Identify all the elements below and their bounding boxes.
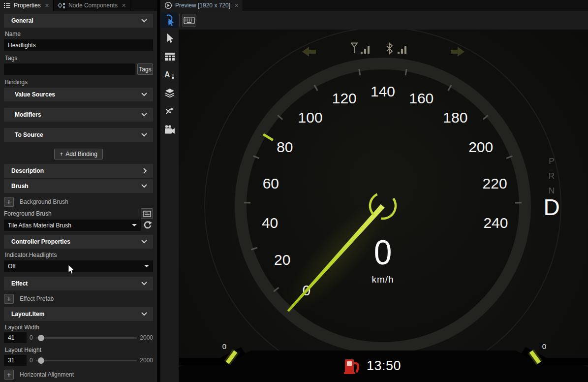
slider-handle[interactable] [38, 357, 44, 364]
chevron-down-icon [141, 282, 147, 286]
close-icon[interactable]: ✕ [45, 2, 49, 9]
dropdown-value: Tile Atlas Material Brush [8, 222, 71, 229]
section-title: Modifiers [15, 111, 41, 118]
text-anchor-icon: A [164, 70, 175, 80]
foreground-brush-dropdown[interactable]: Tile Atlas Material Brush [4, 220, 141, 231]
camera-icon [164, 125, 175, 134]
svg-text:A: A [164, 70, 170, 79]
layout-width-input[interactable]: 41 [4, 332, 27, 343]
properties-panel: Properties ✕ Node Components ✕ General N… [0, 0, 157, 382]
chevron-down-icon [141, 312, 147, 316]
section-description[interactable]: Description [4, 164, 153, 178]
keyboard-icon [184, 16, 195, 25]
preview-tabbar: Preview [1920 x 720] ✕ [160, 0, 588, 11]
layout-height-slider[interactable] [36, 355, 137, 366]
close-icon[interactable]: ✕ [122, 2, 126, 9]
caret-down-icon [132, 224, 137, 226]
camera-tool[interactable] [164, 124, 176, 135]
properties-list-icon [4, 2, 11, 8]
slider-handle[interactable] [38, 335, 44, 341]
turn-signal-right-icon [451, 46, 464, 58]
tags-input[interactable] [4, 64, 135, 75]
text-anchor-tool[interactable]: A [164, 69, 176, 81]
chevron-down-icon [141, 133, 147, 137]
panel-divider[interactable] [157, 0, 160, 382]
right-gauge-value: 0 [542, 342, 546, 350]
section-brush[interactable]: Brush [4, 179, 153, 193]
turn-signal-left-icon [302, 46, 316, 58]
tab-properties[interactable]: Properties ✕ [0, 0, 54, 11]
section-general[interactable]: General [4, 14, 153, 28]
section-layout-item[interactable]: Layout.Item [4, 307, 153, 321]
section-effect[interactable]: Effect [4, 277, 153, 290]
connections-tool[interactable] [164, 105, 176, 117]
preview-toolbar [160, 11, 588, 30]
select-interact-tool[interactable] [161, 12, 178, 28]
plus-icon: + [60, 151, 63, 158]
layout-width-slider[interactable] [36, 332, 137, 343]
tab-node-components[interactable]: Node Components ✕ [54, 0, 130, 11]
gear-r: R [541, 171, 562, 181]
slider-min: 0 [30, 357, 33, 364]
play-circle-icon [164, 1, 172, 9]
section-title: Brush [11, 183, 29, 190]
speed-unit: km/h [346, 274, 420, 285]
layout-height-input[interactable]: 31 [4, 355, 27, 366]
section-controller-properties[interactable]: Controller Properties [4, 235, 153, 249]
section-to-source[interactable]: To Source [4, 128, 153, 142]
clock-time: 13:50 [352, 358, 416, 374]
toolbar-separator [179, 14, 180, 27]
layers-icon [165, 89, 175, 97]
gear-p: P [541, 157, 562, 166]
indicator-headlights-dropdown[interactable]: Off [4, 260, 153, 272]
keyboard-tool[interactable] [182, 14, 196, 27]
add-background-brush-button[interactable]: + [4, 197, 14, 207]
section-modifiers[interactable]: Modifiers [4, 108, 153, 122]
chevron-down-icon [141, 19, 147, 23]
tab-label: Properties [14, 2, 41, 9]
add-horizontal-alignment-button[interactable]: + [4, 370, 14, 380]
slider-min: 0 [30, 334, 33, 341]
add-effect-prefab-button[interactable]: + [4, 294, 14, 304]
brush-editor-icon [143, 211, 151, 217]
brush-editor-button[interactable] [141, 208, 153, 219]
left-gauge-value: 0 [222, 342, 226, 350]
select-interact-icon [164, 14, 176, 27]
app-window: Properties ✕ Node Components ✕ General N… [0, 0, 588, 382]
close-icon[interactable]: ✕ [234, 2, 239, 9]
name-label: Name [5, 31, 152, 37]
foreground-brush-label: Foreground Brush [4, 210, 52, 217]
tab-preview[interactable]: Preview [1920 x 720] ✕ [160, 0, 243, 11]
cell-signal-icon [351, 42, 371, 56]
section-title: To Source [15, 131, 43, 138]
preview-canvas[interactable]: 020406080100120140160180200220240 0 km/h… [179, 30, 588, 382]
add-binding-label: Add Binding [65, 151, 97, 158]
section-title: Layout.Item [11, 311, 44, 318]
slider-max: 2000 [140, 334, 153, 341]
slider-track [36, 337, 137, 339]
chevron-down-icon [141, 240, 147, 244]
name-input[interactable]: Headlights [4, 39, 153, 51]
tags-button[interactable]: Tags [137, 64, 153, 75]
section-value-sources[interactable]: Value Sources [4, 88, 153, 101]
tab-label: Node Components [68, 2, 118, 9]
background-brush-label: Background Brush [20, 198, 68, 205]
chevron-right-icon [143, 168, 147, 174]
grid-tool[interactable] [164, 51, 176, 63]
horizontal-alignment-label: Horizontal Alignment [20, 371, 74, 378]
speed-value: 0 [348, 233, 418, 272]
tags-label: Tags [5, 55, 152, 62]
dropdown-value: Off [8, 263, 16, 270]
pointer-tool[interactable] [164, 32, 176, 44]
section-title: Value Sources [15, 91, 55, 98]
reset-icon[interactable] [142, 220, 153, 231]
gear-active: D [541, 194, 562, 221]
layout-height-label: Layout Height [5, 347, 152, 353]
connections-icon [165, 107, 174, 116]
add-binding-button[interactable]: + Add Binding [54, 149, 103, 159]
indicator-headlights-label: Indicator.Headlights [5, 252, 152, 258]
node-components-icon [58, 2, 65, 9]
layers-tool[interactable] [164, 87, 176, 99]
bluetooth-icon [386, 42, 408, 56]
section-title: Effect [11, 280, 28, 287]
